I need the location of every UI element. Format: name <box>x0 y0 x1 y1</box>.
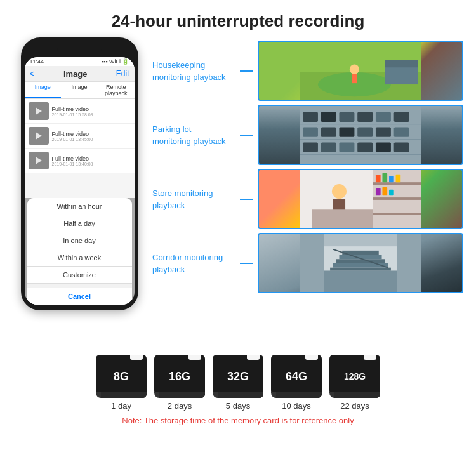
monitoring-label-store: Store monitoringplayback <box>152 187 235 211</box>
svg-rect-24 <box>321 142 336 152</box>
sd-notch <box>247 355 260 360</box>
dropdown-item-week[interactable]: Within a week <box>27 249 132 267</box>
svg-rect-22 <box>394 128 409 137</box>
sd-notch <box>188 355 201 360</box>
svg-rect-31 <box>373 182 421 185</box>
storage-days-16g: 2 days <box>168 401 192 411</box>
svg-rect-35 <box>382 173 387 182</box>
page-header: 24-hour uninterrupted recording <box>0 0 476 37</box>
svg-rect-18 <box>321 128 336 137</box>
svg-point-41 <box>332 184 347 199</box>
svg-rect-6 <box>385 60 418 67</box>
sd-notch <box>130 355 143 360</box>
list-item[interactable]: Full-time video 2019-01-01 13:40:08 <box>25 149 135 173</box>
phone-mockup: 11:44 ▪▪▪ WiFi 🔋 < Image Edit Image Imag… <box>13 37 146 348</box>
video-thumbnail <box>29 127 49 145</box>
svg-rect-37 <box>396 175 401 182</box>
connector-corridor <box>240 263 253 264</box>
monitoring-parking: Parking lotmonitoring playback <box>152 105 463 165</box>
phone-screen: 11:44 ▪▪▪ WiFi 🔋 < Image Edit Image Imag… <box>25 57 135 305</box>
phone-time: 11:44 <box>30 58 44 65</box>
phone-signal: ▪▪▪ WiFi 🔋 <box>102 58 129 65</box>
video-date: 2019-01-01 13:45:00 <box>52 137 93 142</box>
svg-rect-17 <box>303 128 318 137</box>
svg-rect-47 <box>324 270 397 292</box>
phone-edit-button[interactable]: Edit <box>116 69 129 78</box>
connector-housekeeping <box>240 70 253 72</box>
monitoring-image-housekeeping <box>258 41 463 101</box>
svg-rect-38 <box>376 188 381 195</box>
monitoring-corridor: Corridor monitoringplayback <box>152 233 463 293</box>
dropdown-cancel-button[interactable]: Cancel <box>27 286 132 305</box>
dropdown-item-customize[interactable]: Customize <box>27 267 132 284</box>
list-item[interactable]: Full-time video 2019-01-01 13:45:00 <box>25 124 135 149</box>
monitoring-label-parking: Parking lotmonitoring playback <box>152 123 235 147</box>
svg-rect-25 <box>339 142 354 152</box>
dropdown-item-one-day[interactable]: In one day <box>27 232 132 249</box>
sd-size-8g: 8G <box>114 370 129 383</box>
video-date: 2019-01-01 13:40:08 <box>52 162 93 166</box>
sd-size-32g: 32G <box>227 370 249 383</box>
svg-rect-40 <box>389 190 394 196</box>
list-item[interactable]: Full-time video 2019-01-01 15:58:08 <box>25 99 135 124</box>
svg-rect-36 <box>389 176 394 183</box>
video-thumbnail <box>29 152 49 169</box>
svg-rect-16 <box>394 112 409 122</box>
svg-rect-14 <box>357 112 373 122</box>
monitoring-store: Store monitoringplayback <box>152 169 463 229</box>
connector-parking <box>240 135 253 136</box>
svg-rect-33 <box>373 213 421 215</box>
sd-size-128g: 128G <box>344 371 366 381</box>
video-title: Full-time video <box>52 155 93 162</box>
video-info: Full-time video 2019-01-01 13:45:00 <box>52 131 93 142</box>
svg-rect-51 <box>336 259 385 263</box>
phone-nav-title: Image <box>63 69 88 79</box>
phone-list: Full-time video 2019-01-01 15:58:08 Full… <box>25 99 135 173</box>
page-title: 24-hour uninterrupted recording <box>6 11 470 31</box>
svg-rect-13 <box>339 112 354 122</box>
storage-card-32g: 32G 5 days <box>213 355 263 411</box>
video-date: 2019-01-01 15:58:08 <box>52 112 93 117</box>
phone-tabs: Image Image Remote playback <box>25 82 135 99</box>
storage-cards-container: 8G 1 day 16G 2 days 32G 5 days 64G 10 da… <box>96 355 380 411</box>
play-icon <box>36 157 42 164</box>
video-info: Full-time video 2019-01-01 13:40:08 <box>52 155 93 166</box>
storage-card-128g: 128G 22 days <box>329 355 380 411</box>
connector-store <box>240 199 253 200</box>
svg-rect-26 <box>357 142 373 152</box>
svg-point-3 <box>350 64 359 74</box>
play-icon <box>36 107 42 115</box>
storage-card-8g: 8G 1 day <box>96 355 147 411</box>
svg-rect-32 <box>373 197 421 200</box>
video-title: Full-time video <box>52 131 93 137</box>
phone-tab-image2[interactable]: Image <box>61 82 98 98</box>
dropdown-item-within-hour[interactable]: Within an hour <box>27 198 132 215</box>
svg-rect-46 <box>397 234 421 292</box>
monitoring-label-housekeeping: Housekeepingmonitoring playback <box>152 59 235 83</box>
phone-tab-remote[interactable]: Remote playback <box>98 82 135 98</box>
svg-rect-34 <box>376 175 381 182</box>
sd-notch <box>364 355 376 360</box>
main-content: 11:44 ▪▪▪ WiFi 🔋 < Image Edit Image Imag… <box>0 37 476 348</box>
svg-rect-5 <box>385 66 418 84</box>
sd-card-8g: 8G <box>96 355 147 398</box>
phone-tab-image[interactable]: Image <box>25 82 62 98</box>
video-thumbnail <box>29 102 49 120</box>
svg-rect-27 <box>376 142 391 152</box>
phone-back-button[interactable]: < <box>30 69 35 79</box>
svg-rect-15 <box>376 112 391 122</box>
svg-rect-49 <box>330 268 391 271</box>
dropdown-item-half-day[interactable]: Half a day <box>27 215 132 232</box>
svg-rect-19 <box>339 128 354 137</box>
monitoring-label-corridor: Corridor monitoringplayback <box>152 251 235 275</box>
storage-days-32g: 5 days <box>226 401 250 411</box>
sd-card-64g: 64G <box>271 355 322 398</box>
svg-rect-4 <box>352 74 357 83</box>
sd-card-16g: 16G <box>154 355 205 398</box>
sd-size-16g: 16G <box>169 370 190 383</box>
storage-days-64g: 10 days <box>282 401 311 411</box>
dropdown-menu: Within an hour Half a day In one day Wit… <box>27 198 132 305</box>
storage-card-64g: 64G 10 days <box>271 355 322 411</box>
svg-rect-23 <box>303 142 318 152</box>
sd-notch <box>305 355 318 360</box>
